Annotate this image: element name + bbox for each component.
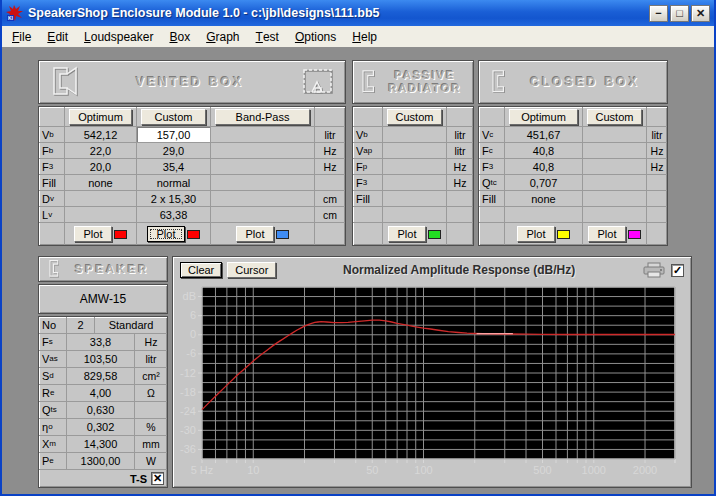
unit-label: Ω: [135, 385, 167, 402]
printer-icon[interactable]: [642, 262, 666, 278]
app-window: KI SpeakerShop Enclosure Module 1.0 - c:…: [0, 0, 716, 496]
closed-box-header: CLOSED BOX: [478, 60, 668, 104]
frequency-response-chart[interactable]: dB60-6-12-18-24-30-365 Hz105010050010002…: [175, 283, 689, 487]
unit-label: Hz: [647, 159, 667, 175]
unit-label: cm: [315, 191, 345, 207]
maximize-button[interactable]: □: [670, 5, 689, 22]
value-cell: 33,8: [67, 334, 135, 351]
plot-row-spacer: [647, 223, 667, 245]
custom-button[interactable]: Custom: [587, 109, 642, 125]
plot-cell: Plot: [137, 223, 211, 245]
value-cell: [211, 143, 315, 159]
menu-item-box[interactable]: Box: [161, 26, 198, 47]
plot-color-swatch: [557, 230, 570, 239]
value-cell: 542,12: [65, 127, 137, 143]
ts-footer: T-S✕: [39, 470, 167, 487]
value-cell: 35,4: [137, 159, 211, 175]
menu-item-options[interactable]: Options: [287, 26, 344, 47]
graph-checkbox[interactable]: ✓: [671, 264, 684, 277]
optimum-button[interactable]: Optimum: [69, 109, 132, 125]
graph-title: Normalized Amplitude Response (dB/Hz): [281, 263, 637, 277]
menu-item-loudspeaker[interactable]: Loudspeaker: [76, 26, 161, 47]
clear-button[interactable]: Clear: [180, 262, 222, 278]
menu-item-graph[interactable]: Graph: [198, 26, 247, 47]
plot-button[interactable]: Plot: [388, 226, 427, 242]
custom-value-input[interactable]: 157,00: [137, 127, 211, 143]
value-cell: [383, 175, 447, 191]
ts-checkbox[interactable]: ✕: [151, 472, 164, 485]
param-label: Dv: [39, 191, 65, 207]
value-cell: [65, 191, 137, 207]
plot-button[interactable]: Plot: [236, 226, 275, 242]
value-cell: [383, 207, 447, 223]
param-label: Fp: [353, 159, 383, 175]
speaker-icon: [359, 66, 383, 98]
param-label: Fill: [353, 191, 383, 207]
value-cell: [383, 127, 447, 143]
value-cell: [583, 191, 647, 207]
param-label: Qts: [39, 402, 67, 419]
minimize-button[interactable]: −: [649, 5, 668, 22]
window-title: SpeakerShop Enclosure Module 1.0 - c:\jb…: [28, 6, 647, 20]
speaker-name: AMW-15: [38, 284, 168, 314]
custom-button[interactable]: Custom: [141, 109, 206, 125]
plot-color-swatch: [428, 230, 441, 239]
svg-text:-36: -36: [180, 443, 196, 455]
table-corner-cell: [39, 107, 65, 127]
ts-label: T-S: [130, 473, 147, 485]
param-label: Fill: [479, 191, 505, 207]
menu-item-file[interactable]: File: [4, 26, 39, 47]
optimum-button[interactable]: Optimum: [509, 109, 578, 125]
value-cell: 20,0: [65, 159, 137, 175]
value-cell: 0,707: [505, 175, 583, 191]
unit-label: Hz: [315, 143, 345, 159]
unit-label: Hz: [447, 175, 473, 191]
custom-button[interactable]: Custom: [387, 109, 442, 125]
param-label: Re: [39, 385, 67, 402]
value-cell: none: [505, 191, 583, 207]
vented-box-panel: VENTED BOX OptimumCustomBand-PassVb542,1…: [38, 60, 346, 246]
title-bar: KI SpeakerShop Enclosure Module 1.0 - c:…: [2, 0, 714, 26]
unit-label: [647, 207, 667, 223]
param-label: No: [39, 317, 67, 334]
param-label: Lv: [39, 207, 65, 223]
plot-button[interactable]: Plot: [588, 226, 627, 242]
passive-radiator-header: PASSIVE RADIATOR: [352, 60, 474, 104]
close-button[interactable]: ✕: [691, 5, 710, 22]
menu-item-help[interactable]: Help: [344, 26, 385, 47]
unit-label: %: [135, 419, 167, 436]
unit-label: Hz: [447, 159, 473, 175]
svg-text:0: 0: [190, 328, 196, 340]
value-cell: normal: [137, 175, 211, 191]
plot-button[interactable]: Plot: [147, 226, 186, 242]
value-cell: 4,00: [67, 385, 135, 402]
column-header-cell: Optimum: [65, 107, 137, 127]
unit-label: litr: [315, 127, 345, 143]
plot-cell: Plot: [383, 223, 447, 245]
menu-item-test[interactable]: Test: [248, 26, 287, 47]
value-cell: [583, 175, 647, 191]
svg-text:1000: 1000: [582, 464, 606, 476]
column-header-cell: Custom: [383, 107, 447, 127]
plot-row-spacer: [447, 223, 473, 245]
band-pass-button[interactable]: Band-Pass: [215, 109, 310, 125]
value-cell: 0,630: [67, 402, 135, 419]
plot-button[interactable]: Plot: [74, 226, 113, 242]
plot-cell: Plot: [583, 223, 647, 245]
plot-color-swatch: [276, 230, 289, 239]
param-label: Fill: [39, 175, 65, 191]
value-cell: 2 x 15,30: [137, 191, 211, 207]
speaker-type-cell: Standard: [95, 317, 167, 334]
client-area: VENTED BOX OptimumCustomBand-PassVb542,1…: [2, 48, 714, 494]
param-label: Fc: [479, 143, 505, 159]
value-cell: [583, 143, 647, 159]
svg-text:-18: -18: [180, 386, 196, 398]
value-cell: 40,8: [505, 159, 583, 175]
param-label: F3: [353, 175, 383, 191]
menu-item-edit[interactable]: Edit: [39, 26, 76, 47]
speaker-icon: [47, 259, 65, 279]
unit-label: Hz: [135, 334, 167, 351]
cursor-button[interactable]: Cursor: [227, 262, 276, 278]
unit-label: [315, 175, 345, 191]
plot-button[interactable]: Plot: [517, 226, 556, 242]
